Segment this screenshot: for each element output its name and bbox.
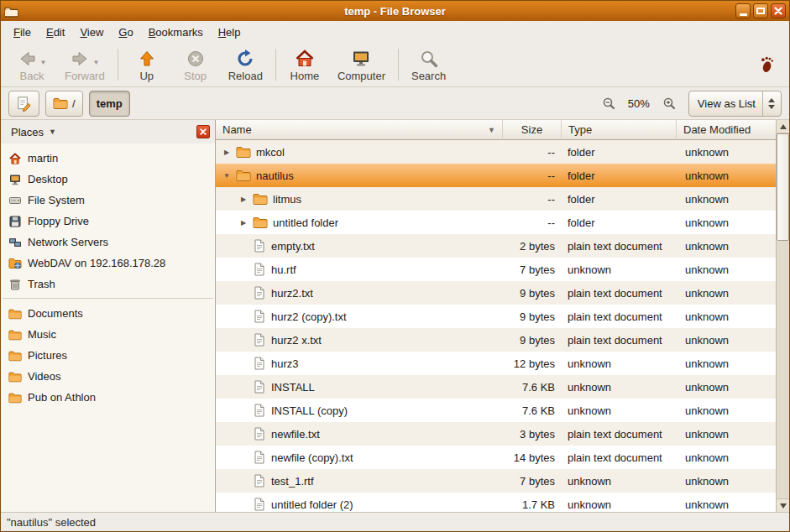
file-row-hu-rtf[interactable]: hu.rtf7 bytesunknownunknown [216,258,776,281]
file-row-install[interactable]: INSTALL7.6 KBunknownunknown [216,375,776,399]
cell-type: folder [562,146,677,159]
sidebar-item-pub-on-athlon[interactable]: Pub on Athlon [1,387,215,408]
sidebar-item-videos[interactable]: Videos [1,366,215,387]
scroll-up-button[interactable] [777,120,789,133]
expander-collapsed-icon[interactable]: ▶ [221,149,233,156]
toolbar-reload-button[interactable]: Reload [220,44,271,85]
path-current-button[interactable]: temp [89,91,130,117]
toolbar-search-button[interactable]: Search [403,44,454,85]
toolbar-forward-button[interactable]: ▼Forward [56,44,113,85]
window-title: temp - File Browser [1,5,789,18]
file-row-empty-txt[interactable]: empty.txt2 bytesplain text documentunkno… [216,234,776,258]
places-menu-button[interactable]: Places ▼ [6,123,61,141]
expander-collapsed-icon[interactable]: ▶ [238,219,249,227]
file-row-untitled-folder[interactable]: ▶untitled folder--folderunknown [216,211,776,234]
path-root-button[interactable]: / [45,91,83,117]
file-row-hurz2-copy-txt[interactable]: hurz2 (copy).txt9 bytesplain text docume… [216,305,776,328]
sidebar-item-pictures[interactable]: Pictures [1,345,215,366]
toolbar-stop-button[interactable]: Stop [171,44,220,85]
column-header-date-modified[interactable]: Date Modified [677,120,776,140]
file-row-test-1-rtf[interactable]: test_1.rtf7 bytesunknownunknown [216,469,776,493]
file-row-install-copy[interactable]: INSTALL (copy)7.6 KBunknownunknown [216,399,776,422]
sidebar-item-desktop[interactable]: Desktop [1,169,215,190]
titlebar[interactable]: temp - File Browser [1,1,789,21]
sidebar-item-floppy-drive[interactable]: Floppy Drive [1,211,215,232]
vertical-scrollbar[interactable] [776,120,789,512]
cell-size: -- [503,146,562,159]
edit-location-button[interactable] [8,91,39,117]
expander-expanded-icon[interactable]: ▼ [221,172,233,180]
column-header-size[interactable]: Size [503,120,562,140]
file-list: ▶mkcol--folderunknown▼nautilus--folderun… [216,140,776,512]
file-icon [253,474,266,488]
file-icon [253,498,266,511]
chevron-down-icon[interactable]: ▼ [40,59,47,66]
menu-file[interactable]: File [6,23,39,42]
sidebar-item-network-servers[interactable]: Network Servers [1,232,215,253]
toolbar-up-button[interactable]: Up [123,44,171,85]
column-header-type[interactable]: Type [562,120,677,140]
minimize-button[interactable] [735,3,751,18]
cell-size: 2 bytes [503,240,562,253]
folder-icon [8,391,22,404]
expander-collapsed-icon[interactable]: ▶ [238,196,249,203]
cell-type: plain text document [562,287,677,300]
toolbar-computer-button[interactable]: Computer [329,44,394,85]
file-row-untitled-folder-2[interactable]: untitled folder (2)1.7 KBunknownunknown [216,493,776,512]
scroll-down-button[interactable] [777,498,789,512]
column-header-name[interactable]: Name▼ [216,120,503,140]
menu-edit[interactable]: Edit [39,23,72,42]
folder-icon [53,96,68,110]
column-label: Type [568,123,592,136]
file-row-newfile-copy-txt[interactable]: newfile (copy).txt14 bytesplain text doc… [216,446,776,469]
cell-size: 7.6 KB [503,404,562,417]
toolbar-back-button[interactable]: ▼Back [8,44,56,85]
view-mode-label: View as List [698,97,756,110]
file-row-hurz2-x-txt[interactable]: hurz2 x.txt9 bytesplain text documentunk… [216,328,776,352]
toolbar-label: Search [411,70,446,82]
scrollbar-track[interactable] [777,241,789,498]
file-row-hurz2-txt[interactable]: hurz2.txt9 bytesplain text documentunkno… [216,281,776,305]
file-row-mkcol[interactable]: ▶mkcol--folderunknown [216,140,776,164]
folder-icon [8,349,22,362]
file-icon [253,263,266,276]
sidebar-item-trash[interactable]: Trash [1,274,215,295]
zoom-in-button[interactable] [659,93,679,113]
close-button[interactable] [771,3,786,18]
menu-go[interactable]: Go [111,23,140,42]
view-mode-stepper[interactable] [762,91,775,116]
toolbar-home-button[interactable]: Home [280,44,329,85]
maximize-button[interactable] [753,3,768,18]
cell-type: folder [562,193,677,206]
file-icon [253,357,266,370]
file-name: nautilus [256,170,294,182]
sidebar-item-label: Network Servers [28,236,108,248]
zoom-out-button[interactable] [599,93,619,113]
menu-help[interactable]: Help [211,23,249,42]
computer-icon [351,49,371,69]
list-header: Name▼SizeTypeDate Modified [216,120,776,140]
menu-bookmarks[interactable]: Bookmarks [141,23,211,42]
statusbar: "nautilus" selected [1,512,789,531]
scrollbar-thumb[interactable] [777,133,789,241]
file-row-hurz3[interactable]: hurz312 bytesunknownunknown [216,352,776,375]
cell-modified: unknown [677,381,776,394]
menu-view[interactable]: View [72,23,111,42]
sidebar-item-documents[interactable]: Documents [1,303,215,324]
sidebar-item-martin[interactable]: martin [1,148,215,169]
path-current-label: temp [97,97,123,110]
file-row-newfile-txt[interactable]: newfile.txt3 bytesplain text documentunk… [216,422,776,446]
sidebar-item-music[interactable]: Music [1,324,215,345]
sidebar-item-file-system[interactable]: File System [1,190,215,211]
sidebar-close-button[interactable] [196,125,210,138]
file-row-nautilus[interactable]: ▼nautilus--folderunknown [216,164,776,187]
sidebar-item-webdav-on-192-168-178-28[interactable]: WebDAV on 192.168.178.28 [1,253,215,274]
cell-type: unknown [562,263,677,276]
status-text: "nautilus" selected [7,516,96,529]
view-mode-select[interactable]: View as List [688,91,782,117]
file-row-litmus[interactable]: ▶litmus--folderunknown [216,187,776,211]
cell-modified: unknown [677,475,776,488]
window-icon [4,4,18,18]
path-root-label: / [72,97,76,110]
chevron-down-icon[interactable]: ▼ [92,59,99,66]
